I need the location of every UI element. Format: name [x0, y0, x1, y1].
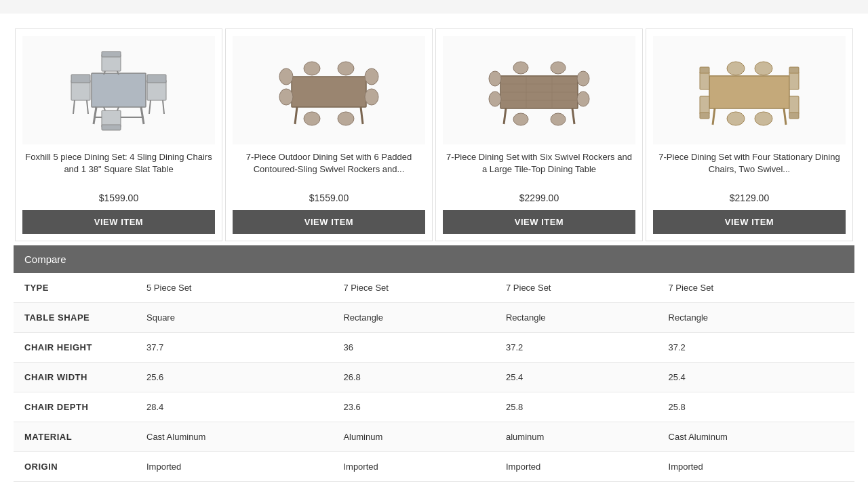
- svg-point-41: [489, 71, 501, 86]
- svg-line-24: [361, 107, 363, 124]
- compare-value-2: 26.8: [332, 363, 495, 392]
- compare-value-2: Imported: [332, 452, 495, 482]
- svg-rect-53: [700, 67, 709, 73]
- compare-attribute: TYPE: [14, 273, 136, 303]
- compare-row: CHAIR HEIGHT37.73637.237.2: [14, 333, 854, 363]
- svg-point-28: [365, 89, 378, 105]
- view-item-button-3[interactable]: VIEW ITEM: [443, 210, 635, 234]
- compare-value-4: Cast Aluminum: [658, 422, 854, 452]
- svg-line-39: [504, 108, 506, 124]
- product-price-3: $2299.00: [519, 192, 559, 203]
- svg-rect-57: [789, 67, 799, 73]
- svg-point-29: [304, 62, 320, 75]
- svg-point-45: [513, 62, 528, 74]
- compare-value-3: 37.2: [495, 333, 658, 363]
- svg-rect-0: [92, 73, 146, 107]
- svg-point-61: [755, 62, 772, 75]
- compare-value-3: Imported: [495, 452, 658, 482]
- compare-value-4: 37.2: [658, 333, 854, 363]
- compare-attribute: CHAIR WIDTH: [14, 363, 136, 392]
- compare-value-1: 28.4: [136, 392, 332, 422]
- svg-point-43: [577, 71, 589, 86]
- compare-attribute: MATERIAL: [14, 422, 136, 452]
- product-title-4: 7-Piece Dining Set with Four Stationary …: [653, 151, 846, 188]
- svg-rect-19: [102, 125, 121, 130]
- svg-line-40: [572, 108, 574, 124]
- svg-point-62: [727, 112, 745, 125]
- compare-value-1: 25.6: [136, 363, 332, 392]
- svg-rect-52: [700, 72, 709, 89]
- svg-line-50: [713, 108, 715, 125]
- view-item-button-1[interactable]: VIEW ITEM: [22, 210, 215, 234]
- svg-line-2: [141, 107, 144, 124]
- compare-row: TYPE5 Piece Set7 Piece Set7 Piece Set7 P…: [14, 273, 854, 303]
- page-wrapper: Foxhill 5 piece Dining Set: 4 Sling Dini…: [0, 14, 868, 488]
- svg-point-30: [338, 62, 354, 75]
- svg-line-1: [94, 107, 96, 124]
- compare-value-2: Rectangle: [332, 303, 495, 333]
- svg-point-31: [304, 112, 320, 125]
- compare-value-4: 7 Piece Set: [658, 273, 854, 303]
- svg-point-32: [338, 112, 354, 125]
- product-card-1: Foxhill 5 piece Dining Set: 4 Sling Dini…: [15, 28, 222, 241]
- compare-value-1: 37.7: [136, 333, 332, 363]
- svg-point-63: [755, 112, 772, 125]
- product-image-2: [233, 36, 425, 144]
- compare-table: TYPE5 Piece Set7 Piece Set7 Piece Set7 P…: [14, 273, 854, 482]
- svg-line-9: [87, 100, 88, 114]
- compare-value-2: 23.6: [332, 392, 495, 422]
- compare-value-4: Imported: [658, 452, 854, 482]
- product-title-3: 7-Piece Dining Set with Six Swivel Rocke…: [443, 151, 635, 188]
- compare-value-3: Rectangle: [495, 303, 658, 333]
- compare-value-1: Square: [136, 303, 332, 333]
- compare-value-3: 7 Piece Set: [495, 273, 658, 303]
- svg-point-48: [551, 113, 566, 125]
- svg-rect-54: [700, 96, 709, 114]
- svg-rect-56: [789, 72, 799, 89]
- compare-section: Compare TYPE5 Piece Set7 Piece Set7 Piec…: [14, 245, 854, 482]
- svg-point-27: [365, 68, 378, 85]
- svg-point-46: [551, 62, 566, 74]
- compare-value-2: Aluminum: [332, 422, 495, 452]
- compare-value-1: 5 Piece Set: [136, 273, 332, 303]
- products-row: Foxhill 5 piece Dining Set: 4 Sling Dini…: [14, 27, 854, 243]
- compare-row: TABLE SHAPESquareRectangleRectangleRecta…: [14, 303, 854, 333]
- compare-value-1: Cast Aluminum: [136, 422, 332, 452]
- compare-value-2: 36: [332, 333, 495, 363]
- svg-point-42: [489, 92, 501, 106]
- compare-value-3: aluminum: [495, 422, 658, 452]
- product-image-3: [443, 36, 635, 144]
- compare-row: CHAIR WIDTH25.626.825.425.4: [14, 363, 854, 392]
- svg-point-60: [727, 62, 745, 75]
- product-title-1: Foxhill 5 piece Dining Set: 4 Sling Dini…: [22, 151, 215, 188]
- view-item-button-2[interactable]: VIEW ITEM: [233, 210, 425, 234]
- svg-line-8: [73, 100, 75, 114]
- product-card-2: 7-Piece Outdoor Dining Set with 6 Padded…: [225, 28, 433, 241]
- svg-rect-55: [700, 113, 709, 119]
- product-price-2: $1559.00: [309, 192, 349, 203]
- compare-value-4: 25.8: [658, 392, 854, 422]
- product-image-4: [653, 36, 846, 144]
- view-item-button-4[interactable]: VIEW ITEM: [653, 210, 846, 234]
- svg-point-47: [513, 113, 528, 125]
- compare-row: MATERIALCast AluminumAluminumaluminumCas…: [14, 422, 854, 452]
- compare-header: Compare: [14, 245, 854, 273]
- svg-line-51: [784, 108, 786, 125]
- svg-line-23: [295, 107, 297, 124]
- svg-rect-22: [292, 77, 366, 107]
- compare-row: CHAIR DEPTH28.423.625.825.8: [14, 392, 854, 422]
- product-card-4: 7-Piece Dining Set with Four Stationary …: [646, 28, 853, 241]
- svg-rect-7: [71, 75, 90, 83]
- product-price-1: $1599.00: [99, 192, 138, 203]
- svg-point-26: [279, 89, 293, 105]
- compare-value-1: Imported: [136, 452, 332, 482]
- svg-point-25: [279, 68, 293, 85]
- svg-point-44: [577, 92, 589, 106]
- compare-value-2: 7 Piece Set: [332, 273, 495, 303]
- product-card-3: 7-Piece Dining Set with Six Swivel Rocke…: [435, 28, 643, 241]
- compare-attribute: TABLE SHAPE: [14, 303, 136, 333]
- svg-rect-49: [709, 76, 789, 108]
- compare-attribute: ORIGIN: [14, 452, 136, 482]
- svg-rect-59: [789, 113, 799, 119]
- compare-value-4: Rectangle: [658, 303, 854, 333]
